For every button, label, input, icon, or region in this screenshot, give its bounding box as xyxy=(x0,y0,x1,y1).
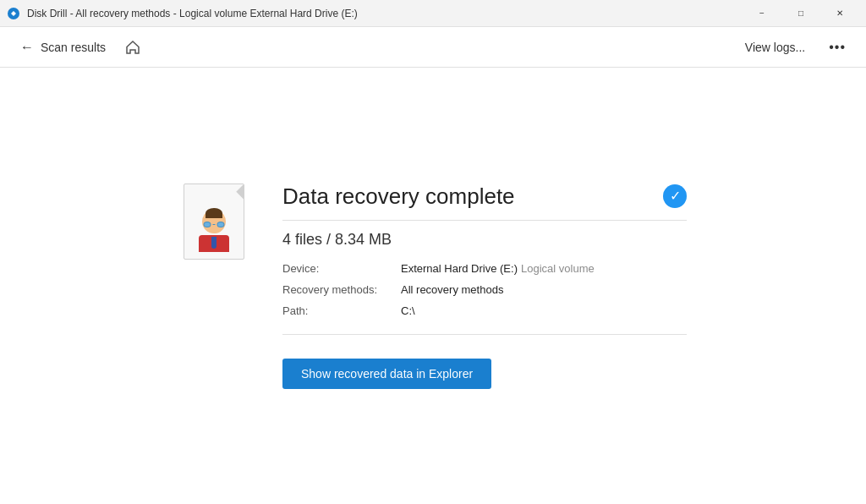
app-icon xyxy=(7,7,20,20)
recovery-header: Data recovery complete ✓ xyxy=(282,184,687,210)
toolbar-left: ← Scan results xyxy=(14,34,738,61)
back-arrow-icon: ← xyxy=(20,40,34,55)
logical-volume: Logical volume xyxy=(521,262,595,275)
person-tie xyxy=(211,237,216,249)
files-info: 4 files / 8.34 MB xyxy=(282,231,687,249)
show-recovered-button[interactable]: Show recovered data in Explorer xyxy=(282,359,491,389)
file-avatar xyxy=(184,184,251,268)
person-body xyxy=(199,235,229,252)
scan-results-label: Scan results xyxy=(41,41,106,54)
toolbar: ← Scan results View logs... ••• xyxy=(0,27,866,68)
view-logs-button[interactable]: View logs... xyxy=(738,37,812,58)
recovery-card: Data recovery complete ✓ 4 files / 8.34 … xyxy=(179,184,687,389)
checkmark-icon: ✓ xyxy=(670,189,681,203)
device-label: Device: xyxy=(282,262,401,275)
person-glasses xyxy=(204,222,225,227)
home-icon xyxy=(124,39,141,56)
file-page xyxy=(184,184,244,260)
person-head xyxy=(202,210,226,233)
path-value: C:\ xyxy=(401,304,687,317)
close-button[interactable]: ✕ xyxy=(820,0,859,27)
device-value: External Hard Drive (E:)Logical volume xyxy=(401,262,687,275)
device-name: External Hard Drive (E:) xyxy=(401,262,518,275)
more-options-button[interactable]: ••• xyxy=(822,36,852,58)
window-controls: − □ ✕ xyxy=(743,0,859,27)
home-button[interactable] xyxy=(119,34,146,61)
divider-bottom xyxy=(282,334,687,335)
recovery-details: Data recovery complete ✓ 4 files / 8.34 … xyxy=(282,184,687,389)
glass-bridge xyxy=(213,224,216,225)
methods-label: Recovery methods: xyxy=(282,283,401,296)
check-circle: ✓ xyxy=(663,184,687,208)
path-label: Path: xyxy=(282,304,401,317)
maximize-button[interactable]: □ xyxy=(781,0,820,27)
glass-right xyxy=(217,222,225,227)
toolbar-right: View logs... ••• xyxy=(738,36,852,58)
minimize-button[interactable]: − xyxy=(743,0,781,27)
divider-top xyxy=(282,220,687,221)
main-content: Data recovery complete ✓ 4 files / 8.34 … xyxy=(0,68,866,504)
back-navigation[interactable]: ← Scan results xyxy=(14,36,112,58)
person-hair xyxy=(206,208,222,218)
file-illustration xyxy=(179,184,255,268)
title-bar: Disk Drill - All recovery methods - Logi… xyxy=(0,0,866,27)
details-grid: Device: External Hard Drive (E:)Logical … xyxy=(282,262,687,317)
recovery-title: Data recovery complete xyxy=(282,184,515,210)
glass-left xyxy=(204,222,211,227)
methods-value: All recovery methods xyxy=(401,283,687,296)
window-title: Disk Drill - All recovery methods - Logi… xyxy=(27,8,743,19)
